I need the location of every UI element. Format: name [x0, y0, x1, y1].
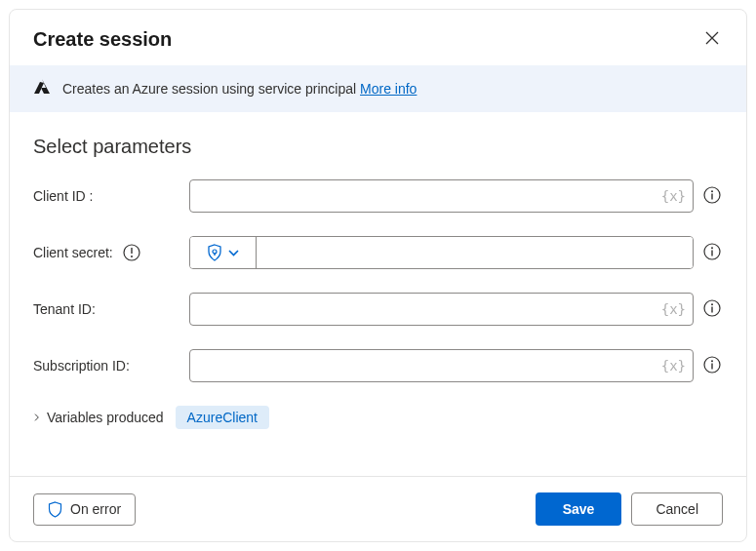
on-error-label: On error: [70, 501, 121, 517]
shield-outline-icon: [48, 501, 62, 518]
tenant-id-wrap: {x}: [189, 293, 694, 326]
chevron-down-icon: [228, 250, 239, 256]
chevron-right-icon: [33, 413, 41, 421]
client-id-row: Client ID : {x}: [33, 179, 723, 213]
shield-icon: [207, 244, 222, 261]
tenant-id-info-button[interactable]: [701, 297, 723, 322]
subscription-id-row: Subscription ID: {x}: [33, 349, 723, 382]
azure-icon: [33, 79, 51, 98]
subscription-id-info-button[interactable]: [701, 354, 723, 378]
client-secret-info-button[interactable]: [701, 241, 723, 265]
variable-chip[interactable]: AzureClient: [176, 406, 269, 429]
dialog-header: Create session: [10, 10, 746, 65]
client-secret-label: Client secret:: [33, 244, 181, 261]
client-id-label: Client ID :: [33, 188, 181, 204]
svg-rect-16: [711, 363, 712, 369]
parameters-heading: Select parameters: [33, 136, 723, 158]
variables-produced-label: Variables produced: [47, 410, 164, 425]
variables-produced-toggle[interactable]: Variables produced: [33, 410, 164, 425]
svg-point-15: [711, 360, 713, 362]
svg-rect-2: [711, 193, 712, 199]
secret-type-dropdown[interactable]: [190, 237, 257, 268]
variables-produced-row: Variables produced AzureClient: [33, 406, 723, 429]
svg-point-1: [711, 190, 713, 192]
tenant-id-input[interactable]: [189, 293, 694, 326]
svg-rect-4: [131, 248, 132, 254]
svg-point-5: [131, 256, 133, 257]
close-icon: [705, 31, 719, 45]
more-info-link[interactable]: More info: [360, 81, 417, 97]
client-secret-row: Client secret:: [33, 236, 723, 269]
subscription-id-wrap: {x}: [189, 349, 694, 382]
info-banner: Creates an Azure session using service p…: [10, 65, 746, 112]
banner-text: Creates an Azure session using service p…: [62, 81, 417, 97]
save-button[interactable]: Save: [536, 492, 622, 526]
svg-point-9: [711, 247, 713, 249]
client-secret-input[interactable]: [257, 237, 693, 268]
info-icon: [703, 186, 721, 204]
info-icon: [703, 243, 721, 260]
info-icon: [703, 299, 721, 317]
client-id-info-button[interactable]: [701, 184, 723, 209]
info-icon: [703, 356, 721, 374]
svg-rect-13: [711, 306, 712, 312]
tenant-id-label: Tenant ID:: [33, 301, 181, 317]
close-button[interactable]: [701, 27, 723, 52]
client-id-input[interactable]: [189, 179, 694, 213]
dialog-title: Create session: [33, 28, 172, 51]
svg-rect-10: [711, 250, 712, 256]
on-error-button[interactable]: On error: [33, 493, 136, 526]
cancel-button[interactable]: Cancel: [631, 492, 723, 526]
create-session-dialog: Create session Creates an Azure session …: [9, 9, 747, 542]
client-secret-wrap: [189, 236, 694, 269]
client-id-wrap: {x}: [189, 179, 694, 213]
svg-point-12: [711, 303, 713, 305]
banner-desc: Creates an Azure session using service p…: [62, 81, 356, 97]
dialog-footer: On error Save Cancel: [10, 476, 746, 541]
dialog-content: Select parameters Client ID : {x} Client…: [10, 112, 746, 476]
tenant-id-row: Tenant ID: {x}: [33, 293, 723, 326]
subscription-id-input[interactable]: [189, 349, 694, 382]
client-secret-label-text: Client secret:: [33, 245, 113, 260]
svg-rect-7: [214, 253, 215, 256]
subscription-id-label: Subscription ID:: [33, 358, 181, 374]
warning-icon: [123, 244, 140, 261]
